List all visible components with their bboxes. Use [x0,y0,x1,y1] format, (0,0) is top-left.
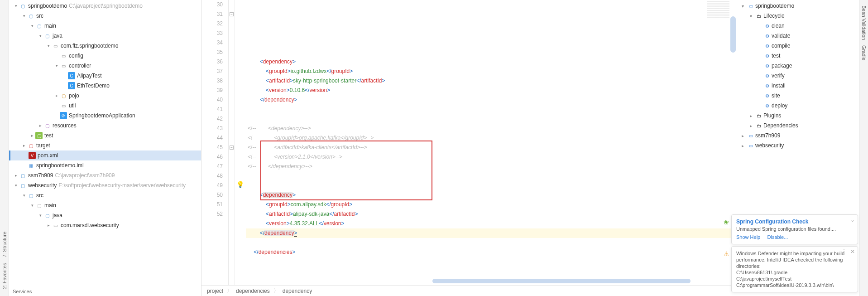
close-icon[interactable]: ✕ [850,248,855,255]
expand-arrow-icon[interactable]: ▾ [29,203,35,208]
expand-arrow-icon[interactable]: ▾ [13,183,19,188]
tree-item[interactable]: ▾▢main [9,200,201,210]
code-line[interactable]: <dependency> [246,190,736,200]
code-line[interactable] [246,181,736,190]
maven-item[interactable]: ⚙verify [736,71,859,81]
code-line[interactable]: <artifactId>sky-http-springboot-starter<… [246,76,736,86]
bean-validation-tool[interactable]: Bean Validation [860,3,868,43]
code-line[interactable]: </dependencies> [246,247,736,257]
code-line[interactable]: <!-- <artifactId>kafka-clients</artifact… [246,143,736,152]
intention-bulb-icon[interactable]: 💡 [236,181,244,188]
code-line[interactable]: <!-- <version>2.1.0</version>--> [246,152,736,162]
gradle-tool[interactable]: Gradle [860,43,868,63]
maven-item[interactable]: ▸🗀Plugins [736,111,859,121]
fold-toggle-icon[interactable]: − [230,12,234,16]
tree-item[interactable]: ⟳SpringbootdemoApplication [9,111,201,121]
disable-link[interactable]: Disable... [767,234,788,240]
code-line[interactable]: <groupId>com.alipay.sdk</groupId> [246,200,736,209]
maven-item[interactable]: ⚙package [736,61,859,71]
code-line[interactable]: <artifactId>alipay-sdk-java</artifactId> [246,209,736,219]
horizontal-scrollbar[interactable] [432,279,691,283]
breadcrumb[interactable]: project〉 dependencies〉 dependency [201,285,736,296]
tree-item[interactable]: ▸▢pojo [9,91,201,101]
code-line[interactable]: <version>0.10.6</version> [246,86,736,95]
expand-arrow-icon[interactable]: ▸ [13,173,19,178]
tree-item[interactable]: ▾▢main [9,21,201,31]
tree-item[interactable]: CAlipayTest [9,71,201,81]
spring-config-notification[interactable]: ❀ Spring Configuration Check Unmapped Sp… [731,214,858,244]
tree-item[interactable]: ▸▢resources [9,121,201,131]
code-area[interactable]: <dependency> <groupId>io.github.fzdwx</g… [246,0,736,285]
show-help-link[interactable]: Show Help [736,234,760,240]
maven-item[interactable]: ▾▭springbootdemo [736,1,859,11]
tree-item[interactable]: ▾▢springbootdemoC:\javaproject\springboo… [9,1,201,11]
expand-arrow-icon[interactable]: ▾ [739,4,746,9]
tree-item[interactable]: ▾▢java [9,210,201,220]
fold-toggle-icon[interactable]: − [230,146,234,150]
breadcrumb-item[interactable]: dependency [281,288,314,294]
code-line[interactable] [246,48,736,57]
maven-item[interactable]: ▸▭ssm7h909 [736,131,859,141]
code-line[interactable] [246,238,736,247]
maven-item[interactable]: ⚙site [736,91,859,101]
breadcrumb-item[interactable]: project [205,288,225,294]
tree-item[interactable]: CEthTestDemo [9,81,201,91]
tree-item[interactable]: ▸▭com.marsdl.websecurity [9,220,201,230]
tree-item[interactable]: ▾▢src [9,11,201,21]
expand-arrow-icon[interactable]: ▾ [747,14,754,19]
expand-arrow-icon[interactable]: ▾ [29,24,35,28]
code-line[interactable]: </dependency> [246,95,736,105]
expand-arrow-icon[interactable]: ▸ [21,143,27,148]
code-line[interactable]: <!-- <dependency>--> [246,124,736,133]
maven-item[interactable]: ⚙compile [736,41,859,51]
expand-arrow-icon[interactable]: ▸ [45,223,52,228]
expand-arrow-icon[interactable]: ▸ [739,133,746,138]
code-line[interactable]: <version>4.35.32.ALL</version> [246,219,736,228]
tree-item[interactable]: Vpom.xml [9,150,201,160]
project-tree[interactable]: ▾▢springbootdemoC:\javaproject\springboo… [9,0,201,296]
code-line[interactable] [246,105,736,114]
code-line[interactable]: </dependency> [246,228,736,238]
code-line[interactable]: <dependency> [246,57,736,67]
tree-item[interactable]: ▸▢ssm7h909C:\javaproject\ssm7h909 [9,170,201,180]
tree-item[interactable]: ▭util [9,101,201,111]
expand-arrow-icon[interactable]: ▾ [45,44,52,48]
structure-tool[interactable]: 7: Structure [1,229,8,260]
tree-item[interactable]: ▾▢src [9,190,201,200]
expand-arrow-icon[interactable]: ▸ [747,113,754,118]
statusbar[interactable]: Services [9,287,32,296]
maven-item[interactable]: ▾🗀Lifecycle [736,11,859,21]
maven-item[interactable]: ⚙install [736,81,859,91]
expand-arrow-icon[interactable]: ▸ [747,123,754,128]
tree-item[interactable]: ▾▭controller [9,61,201,71]
expand-arrow-icon[interactable]: ▾ [37,213,43,218]
expand-arrow-icon[interactable]: ▸ [29,133,35,138]
favorites-tool[interactable]: 2: Favorites [1,260,8,291]
tree-item[interactable]: ▸▢target [9,141,201,150]
tree-item[interactable]: ▾▭com.flz.springbootdemo [9,41,201,51]
tree-item[interactable]: ▦springbootdemo.iml [9,160,201,170]
maven-item[interactable]: ⚙test [736,51,859,61]
expand-arrow-icon[interactable]: ▸ [739,143,746,148]
expand-arrow-icon[interactable]: ▾ [21,14,27,18]
maven-item[interactable]: ▸▭websecurity [736,141,859,150]
minimap-icon[interactable] [707,0,729,18]
expand-arrow-icon[interactable]: ▾ [21,193,27,198]
code-line[interactable]: <!-- </dependency>--> [246,162,736,171]
defender-notification[interactable]: ⚠ Windows Defender might be impacting yo… [731,246,858,292]
code-line[interactable] [246,171,736,181]
expand-arrow-icon[interactable]: ▾ [53,63,60,68]
code-line[interactable] [246,257,736,267]
fold-column[interactable]: −− [229,0,235,285]
expand-arrow-icon[interactable]: ▸ [53,93,60,98]
code-line[interactable]: <groupId>io.github.fzdwx</groupId> [246,67,736,76]
breadcrumb-item[interactable]: dependencies [234,288,272,294]
tree-item[interactable]: ▾▢websecurityE:\softproject\websecurity-… [9,180,201,190]
maven-item[interactable]: ▸🗀Dependencies [736,121,859,131]
maven-item[interactable]: ⚙clean [736,21,859,31]
code-line[interactable]: <!-- <groupId>org.apache.kafka</groupId>… [246,133,736,143]
tree-item[interactable]: ▸▢test [9,131,201,141]
expand-arrow-icon[interactable]: ▾ [13,4,19,8]
more-icon[interactable]: ⋮ [841,248,847,255]
maven-item[interactable]: ⚙validate [736,31,859,41]
